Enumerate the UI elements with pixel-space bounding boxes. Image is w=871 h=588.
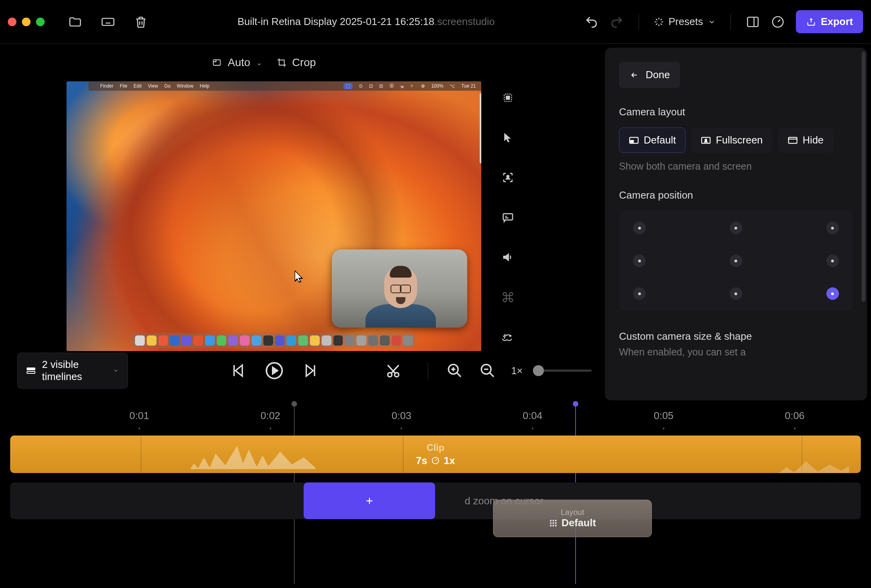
add-zoom-segment[interactable]: + — [304, 482, 435, 519]
layout-option-hide[interactable]: Hide — [778, 127, 833, 153]
svg-rect-17 — [630, 140, 633, 142]
layout-hint: Show both camera and screen — [619, 161, 853, 172]
keyboard-icon[interactable] — [101, 15, 115, 29]
zoom-track[interactable]: d zoom on cursor + — [10, 482, 861, 519]
svg-point-19 — [705, 139, 707, 140]
svg-rect-30 — [555, 525, 557, 526]
chevron-down-icon — [113, 367, 119, 375]
tool-rail — [488, 81, 523, 346]
clip-track[interactable]: Clip 7s 1x — [10, 436, 861, 473]
cursor-icon — [293, 270, 305, 286]
preview-canvas[interactable]: Finder File Edit View Go Window Help ⬚ ⊙… — [67, 81, 481, 351]
cursor-tool-icon[interactable] — [499, 129, 516, 146]
crop-icon — [277, 57, 287, 68]
zoom-out-button[interactable] — [478, 361, 497, 380]
svg-rect-3 — [213, 60, 220, 65]
skip-back-button[interactable] — [228, 361, 247, 380]
svg-point-6 — [507, 176, 509, 177]
pos-bottom-right[interactable] — [826, 287, 839, 300]
svg-rect-28 — [550, 525, 552, 526]
pos-mid-center[interactable] — [730, 255, 742, 267]
pos-mid-right[interactable] — [826, 255, 839, 267]
svg-rect-1 — [747, 17, 758, 27]
svg-rect-10 — [27, 371, 35, 373]
speed-icon[interactable] — [499, 328, 516, 346]
window-controls — [8, 18, 45, 26]
audio-icon[interactable] — [499, 249, 516, 266]
visible-timelines-dropdown[interactable]: 2 visible timelines — [17, 353, 128, 389]
custom-size-label: Custom camera size & shape — [619, 330, 853, 342]
pos-mid-left[interactable] — [633, 255, 646, 267]
titlebar: Built-in Retina Display 2025-01-21 16:25… — [0, 0, 871, 44]
svg-rect-25 — [550, 522, 552, 524]
layout-option-default[interactable]: Default — [619, 127, 686, 153]
pos-top-left[interactable] — [633, 222, 646, 234]
skip-forward-button[interactable] — [302, 361, 320, 380]
timelines-icon — [26, 366, 36, 375]
selection-tool-icon[interactable] — [499, 89, 516, 106]
svg-point-8 — [510, 336, 511, 337]
undo-icon[interactable] — [585, 15, 599, 29]
camera-pip[interactable] — [332, 249, 467, 328]
layout-chip[interactable]: Layout Default — [493, 500, 652, 537]
trash-icon[interactable] — [134, 15, 148, 29]
svg-rect-5 — [506, 96, 510, 100]
speed-icon — [431, 456, 440, 465]
svg-rect-26 — [552, 522, 554, 524]
layout-icon[interactable] — [746, 15, 760, 29]
mac-dock — [131, 333, 417, 348]
svg-rect-24 — [555, 520, 557, 521]
grid-icon — [549, 519, 558, 527]
minimize-window[interactable] — [22, 18, 31, 26]
redo-icon[interactable] — [610, 15, 624, 29]
custom-size-hint: When enabled, you can set a — [619, 346, 853, 358]
export-button[interactable]: Export — [796, 10, 863, 33]
chevron-down-icon — [708, 18, 716, 26]
close-window[interactable] — [8, 18, 16, 26]
svg-rect-0 — [102, 18, 114, 25]
shortcuts-icon[interactable] — [499, 289, 516, 306]
camera-focus-icon[interactable] — [499, 169, 516, 186]
crop-button[interactable]: Crop — [277, 56, 316, 69]
camera-position-grid — [619, 211, 853, 311]
zoom-slider[interactable] — [537, 369, 592, 372]
captions-icon[interactable] — [499, 209, 516, 226]
pos-bottom-center[interactable] — [730, 287, 742, 300]
play-button[interactable] — [265, 361, 284, 380]
svg-rect-9 — [27, 368, 35, 370]
cut-button[interactable] — [384, 361, 403, 380]
timeline[interactable]: 0:010:020:030:040:050:06 Clip 7s 1x d zo… — [0, 404, 871, 588]
svg-rect-7 — [503, 214, 513, 220]
arrow-left-icon — [629, 71, 639, 79]
export-icon — [806, 17, 816, 27]
aspect-icon — [211, 58, 222, 67]
done-button[interactable]: Done — [619, 62, 680, 88]
svg-rect-23 — [552, 520, 554, 521]
camera-position-label: Camera position — [619, 189, 853, 201]
zoom-level: 1× — [511, 365, 523, 377]
mac-menubar: Finder File Edit View Go Window Help ⬚ ⊙… — [88, 81, 481, 91]
camera-layout-label: Camera layout — [619, 106, 853, 118]
document-title: Built-in Retina Display 2025-01-21 16:25… — [148, 16, 585, 28]
svg-rect-22 — [550, 520, 552, 521]
clip-title: Clip — [427, 442, 444, 453]
time-ruler[interactable]: 0:010:020:030:040:050:06 — [10, 404, 861, 436]
svg-rect-20 — [788, 137, 797, 143]
size-mode-dropdown[interactable]: Auto ⌄ — [211, 56, 263, 69]
clip-meta: 7s 1x — [416, 455, 455, 467]
side-panel: Done Camera layout Default Fullscreen Hi… — [605, 48, 867, 400]
scrollbar[interactable] — [862, 52, 866, 302]
pos-bottom-left[interactable] — [633, 287, 646, 300]
edit-cursor[interactable] — [292, 401, 297, 407]
maximize-window[interactable] — [36, 18, 45, 26]
presets-button[interactable]: Presets — [654, 16, 716, 28]
chevron-down-icon: ⌄ — [256, 58, 263, 67]
gauge-icon[interactable] — [771, 15, 785, 29]
pos-top-right[interactable] — [826, 222, 839, 234]
folder-icon[interactable] — [68, 15, 82, 29]
layout-option-fullscreen[interactable]: Fullscreen — [691, 127, 772, 153]
pos-top-center[interactable] — [730, 222, 742, 234]
zoom-in-button[interactable] — [445, 361, 464, 380]
svg-rect-27 — [555, 522, 557, 524]
sparkle-icon — [654, 17, 664, 27]
